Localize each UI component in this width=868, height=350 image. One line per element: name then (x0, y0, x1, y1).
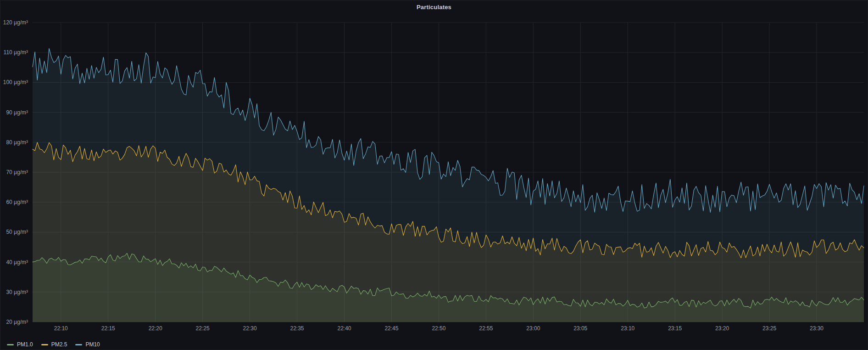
y-tick-label: 30 µg/m³ (6, 289, 28, 295)
x-tick-label: 23:25 (762, 325, 776, 332)
legend-item-pm2-5[interactable]: PM2.5 (41, 342, 67, 347)
legend-item-pm1-0[interactable]: PM1.0 (7, 342, 33, 347)
series-fill-pm10 (33, 49, 864, 322)
y-tick-label: 40 µg/m³ (6, 259, 28, 265)
y-tick-label: 110 µg/m³ (4, 49, 28, 56)
x-tick-label: 22:15 (101, 325, 115, 332)
panel-title: Particulates (417, 4, 451, 11)
chart-area: 20 µg/m³30 µg/m³40 µg/m³50 µg/m³60 µg/m³… (0, 13, 868, 339)
x-tick-label: 23:10 (621, 325, 634, 332)
x-tick-label: 22:45 (384, 325, 398, 332)
x-tick-label: 23:30 (810, 325, 823, 332)
legend: PM1.0 PM2.5 PM10 (0, 339, 868, 350)
y-tick-label: 80 µg/m³ (6, 139, 28, 146)
y-tick-label: 50 µg/m³ (6, 229, 28, 235)
x-tick-label: 23:05 (573, 325, 587, 332)
legend-swatch-pm10 (75, 344, 82, 345)
legend-label-pm1-0: PM1.0 (17, 342, 33, 347)
x-tick-label: 22:50 (432, 325, 445, 332)
y-tick-label: 60 µg/m³ (6, 199, 28, 205)
legend-item-pm10[interactable]: PM10 (75, 342, 100, 347)
x-tick-label: 22:25 (196, 325, 210, 332)
x-tick-label: 22:10 (54, 325, 68, 332)
x-tick-label: 22:35 (290, 325, 304, 332)
legend-label-pm2-5: PM2.5 (51, 342, 67, 347)
panel-header[interactable]: Particulates (0, 0, 868, 13)
legend-swatch-pm2-5 (41, 344, 48, 345)
x-tick-label: 22:40 (337, 325, 351, 332)
y-tick-label: 90 µg/m³ (6, 109, 28, 116)
legend-swatch-pm1-0 (7, 344, 14, 345)
y-tick-label: 120 µg/m³ (3, 19, 28, 26)
legend-label-pm10: PM10 (85, 342, 100, 347)
x-tick-label: 23:20 (715, 325, 729, 332)
x-tick-label: 23:15 (668, 325, 682, 332)
y-tick-label: 100 µg/m³ (3, 79, 28, 85)
x-tick-label: 22:30 (243, 325, 257, 332)
time-series-chart[interactable]: 20 µg/m³30 µg/m³40 µg/m³50 µg/m³60 µg/m³… (0, 13, 868, 339)
x-tick-label: 22:20 (149, 325, 162, 332)
y-tick-label: 70 µg/m³ (6, 169, 28, 175)
x-tick-label: 22:55 (479, 325, 493, 332)
x-tick-label: 23:00 (526, 325, 540, 332)
y-tick-label: 20 µg/m³ (6, 319, 28, 325)
particulates-panel: Particulates 20 µg/m³30 µg/m³40 µg/m³50 … (0, 0, 868, 350)
